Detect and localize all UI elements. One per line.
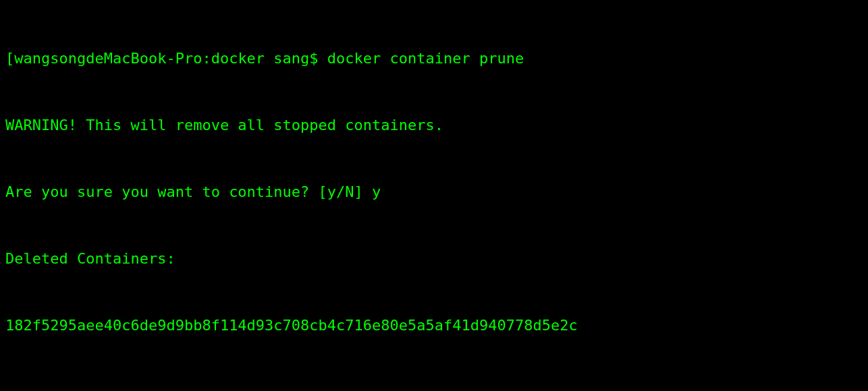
shell-prompt: wangsongdeMacBook-Pro:docker sang$ [14,50,327,67]
terminal-window[interactable]: [wangsongdeMacBook-Pro:docker sang$ dock… [5,3,863,391]
terminal-output: WARNING! This will remove all stopped co… [5,114,863,136]
blank-line [5,381,863,391]
terminal-output: Deleted Containers: [5,247,863,270]
confirm-answer: y [372,183,381,200]
terminal-line: [wangsongdeMacBook-Pro:docker sang$ dock… [5,47,863,69]
confirm-prompt: Are you sure you want to continue? [y/N] [5,183,372,200]
terminal-output: 182f5295aee40c6de9d9bb8f114d93c708cb4c71… [5,314,863,336]
terminal-output: Are you sure you want to continue? [y/N]… [5,181,863,203]
prompt-bracket: [ [5,50,14,67]
command-text: docker container prune [327,50,524,67]
